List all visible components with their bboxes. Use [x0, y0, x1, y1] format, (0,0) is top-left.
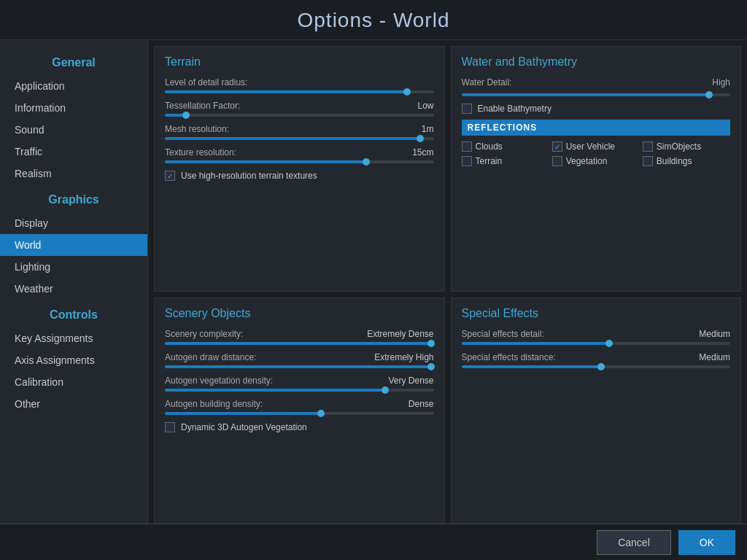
sidebar-graphics-title: Graphics	[0, 184, 147, 212]
special-effects-title: Special Effects	[462, 307, 731, 320]
fx-detail-label: Special effects detail:	[462, 329, 544, 339]
fx-detail-value: Medium	[699, 329, 730, 339]
reflection-terrain-checkbox[interactable]	[462, 156, 472, 166]
fx-distance-slider-row: Special effects distance: Medium	[462, 352, 731, 368]
sidebar-item-calibration[interactable]: Calibration	[0, 371, 147, 393]
cancel-button[interactable]: Cancel	[597, 530, 671, 555]
terrain-panel: Terrain Level of detail radius: Tessella…	[154, 46, 445, 292]
lod-radius-slider-row: Level of detail radius:	[165, 77, 434, 93]
fx-distance-label: Special effects distance:	[462, 352, 556, 362]
reflection-user-vehicle-checkbox[interactable]	[552, 141, 562, 152]
autogen-building-label: Autogen building density:	[165, 399, 263, 409]
bathymetry-checkbox[interactable]	[462, 104, 472, 114]
dynamic-autogen-label: Dynamic 3D Autogen Vegetation	[181, 422, 307, 432]
high-res-terrain-checkbox[interactable]	[165, 171, 175, 181]
sidebar-item-application[interactable]: Application	[0, 75, 147, 97]
reflection-buildings-checkbox[interactable]	[643, 156, 653, 166]
reflection-buildings-label: Buildings	[657, 156, 692, 166]
mesh-res-slider-row: Mesh resolution: 1m	[165, 124, 434, 140]
mesh-res-label: Mesh resolution:	[165, 124, 229, 134]
fx-detail-track[interactable]	[462, 342, 731, 345]
autogen-draw-label: Autogen draw distance:	[165, 352, 256, 362]
texture-res-label: Texture resolution:	[165, 147, 236, 158]
dynamic-autogen-checkbox[interactable]	[165, 422, 175, 432]
reflection-terrain-label: Terrain	[476, 156, 503, 166]
lod-radius-track[interactable]	[165, 90, 434, 93]
bathymetry-checkbox-row: Enable Bathymetry	[462, 104, 731, 114]
mesh-res-track[interactable]	[165, 137, 434, 140]
scenery-panel: Scenery Objects Scenery complexity: Extr…	[154, 298, 445, 543]
sidebar: General Application Information Sound Tr…	[0, 40, 148, 549]
water-detail-track[interactable]	[462, 93, 731, 96]
autogen-draw-track[interactable]	[165, 365, 434, 368]
high-res-terrain-label: Use high-resolution terrain textures	[181, 171, 317, 181]
sidebar-item-other[interactable]: Other	[0, 393, 147, 415]
autogen-veg-track[interactable]	[165, 389, 434, 392]
autogen-building-track[interactable]	[165, 412, 434, 415]
scenery-panel-title: Scenery Objects	[165, 307, 434, 320]
tessellation-track[interactable]	[165, 114, 434, 117]
texture-res-slider-row: Texture resolution: 15cm	[165, 147, 434, 163]
reflection-user-vehicle: User Vehicle	[552, 141, 640, 152]
texture-res-track[interactable]	[165, 160, 434, 163]
scenery-complexity-slider-row: Scenery complexity: Extremely Dense	[165, 329, 434, 345]
reflection-vegetation-checkbox[interactable]	[552, 156, 562, 166]
special-effects-panel: Special Effects Special effects detail: …	[451, 298, 742, 543]
sidebar-item-weather[interactable]: Weather	[0, 278, 147, 300]
sidebar-item-traffic[interactable]: Traffic	[0, 141, 147, 163]
reflection-terrain: Terrain	[462, 156, 549, 166]
sidebar-item-sound[interactable]: Sound	[0, 119, 147, 141]
water-panel-title: Water and Bathymetry	[462, 55, 731, 69]
reflection-vegetation-label: Vegetation	[566, 156, 608, 166]
sidebar-item-world[interactable]: World	[0, 234, 147, 256]
sidebar-item-realism[interactable]: Realism	[0, 163, 147, 184]
sidebar-controls-title: Controls	[0, 300, 147, 327]
lod-radius-label: Level of detail radius:	[165, 77, 247, 88]
autogen-draw-slider-row: Autogen draw distance: Extremely High	[165, 352, 434, 368]
autogen-veg-value: Very Dense	[388, 376, 433, 386]
reflection-buildings: Buildings	[643, 156, 730, 166]
sidebar-item-information[interactable]: Information	[0, 97, 147, 119]
scenery-complexity-value: Extremely Dense	[367, 329, 433, 339]
ok-button[interactable]: OK	[678, 530, 735, 555]
reflection-simobjects-checkbox[interactable]	[643, 141, 653, 152]
scenery-complexity-label: Scenery complexity:	[165, 329, 243, 339]
reflection-user-vehicle-label: User Vehicle	[566, 141, 615, 152]
reflections-header: REFLECTIONS	[462, 120, 731, 136]
sidebar-item-axis-assignments[interactable]: Axis Assignments	[0, 349, 147, 371]
main-layout: General Application Information Sound Tr…	[0, 40, 747, 549]
reflection-clouds: Clouds	[462, 141, 549, 152]
fx-distance-track[interactable]	[462, 365, 731, 368]
water-detail-label: Water Detail:	[462, 77, 512, 88]
dynamic-autogen-checkbox-row: Dynamic 3D Autogen Vegetation	[165, 422, 434, 432]
scenery-complexity-track[interactable]	[165, 342, 434, 345]
bathymetry-label: Enable Bathymetry	[478, 104, 551, 114]
autogen-building-slider-row: Autogen building density: Dense	[165, 399, 434, 415]
reflection-clouds-label: Clouds	[476, 141, 503, 152]
reflection-simobjects-label: SimObjects	[657, 141, 701, 152]
fx-detail-slider-row: Special effects detail: Medium	[462, 329, 731, 345]
page-title: Options - World	[0, 9, 747, 32]
autogen-veg-slider-row: Autogen vegetation density: Very Dense	[165, 376, 434, 392]
content-area: Terrain Level of detail radius: Tessella…	[148, 40, 747, 549]
reflection-vegetation: Vegetation	[552, 156, 640, 166]
fx-distance-value: Medium	[699, 352, 730, 362]
water-detail-row: Water Detail: High	[462, 77, 731, 88]
tessellation-label: Tessellation Factor:	[165, 101, 240, 111]
sidebar-item-lighting[interactable]: Lighting	[0, 256, 147, 278]
autogen-draw-value: Extremely High	[374, 352, 433, 362]
bottom-bar: Cancel OK	[0, 524, 747, 560]
terrain-panel-title: Terrain	[165, 55, 434, 69]
water-detail-value: High	[712, 77, 730, 88]
water-panel: Water and Bathymetry Water Detail: High …	[451, 46, 742, 292]
reflection-simobjects: SimObjects	[643, 141, 730, 152]
sidebar-general-title: General	[0, 47, 147, 75]
mesh-res-value: 1m	[422, 124, 434, 134]
sidebar-item-key-assignments[interactable]: Key Assignments	[0, 327, 147, 349]
header: Options - World	[0, 0, 747, 40]
high-res-terrain-checkbox-row: Use high-resolution terrain textures	[165, 171, 434, 181]
tessellation-slider-row: Tessellation Factor: Low	[165, 101, 434, 117]
sidebar-item-display[interactable]: Display	[0, 212, 147, 234]
reflection-clouds-checkbox[interactable]	[462, 141, 472, 152]
autogen-building-value: Dense	[409, 399, 434, 409]
